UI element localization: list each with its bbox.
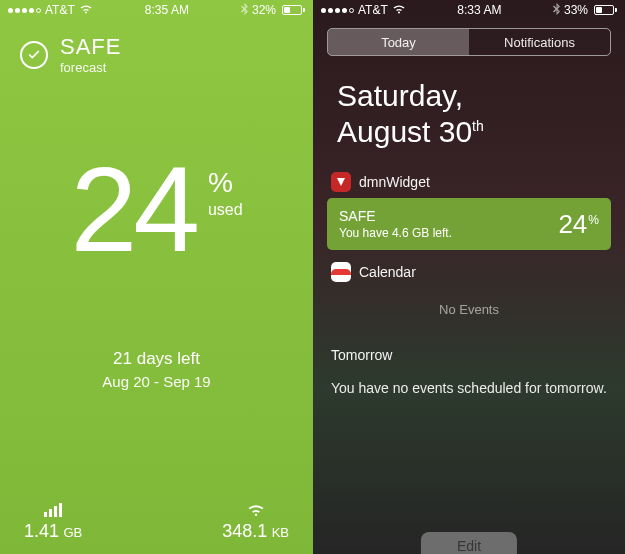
forecast-header: SAFE forecast <box>0 20 313 89</box>
wifi-unit: KB <box>272 525 289 540</box>
wifi-icon <box>79 3 93 17</box>
cellular-value: 1.41 <box>24 521 59 541</box>
wifi-value: 348.1 <box>222 521 267 541</box>
battery-icon <box>280 5 305 15</box>
safe-pct-sign: % <box>588 213 599 227</box>
tab-notifications[interactable]: Notifications <box>469 29 610 55</box>
used-label: used <box>208 201 243 219</box>
notification-center-screen: AT&T 8:33 AM 33% Today Notifications Sat… <box>313 0 625 554</box>
days-left-block: 21 days left Aug 20 - Sep 19 <box>0 349 313 390</box>
cellular-unit: GB <box>64 525 83 540</box>
days-count: 21 <box>113 349 132 368</box>
carrier-label: AT&T <box>45 3 75 17</box>
cellular-bars-icon <box>24 499 82 517</box>
bottom-stats: 1.41 GB 348.1 KB <box>0 499 313 542</box>
tomorrow-body: You have no events scheduled for tomorro… <box>327 367 611 398</box>
tab-today[interactable]: Today <box>328 29 469 55</box>
status-title: SAFE <box>60 34 121 60</box>
bluetooth-icon <box>553 3 560 18</box>
tomorrow-section: Tomorrow You have no events scheduled fo… <box>327 343 611 398</box>
no-events-label: No Events <box>327 288 611 335</box>
date-line2-prefix: August 30 <box>337 115 472 148</box>
date-range: Aug 20 - Sep 19 <box>0 373 313 390</box>
signal-dots-icon <box>321 8 354 13</box>
calendar-app-icon <box>331 262 351 282</box>
percent-sign: % <box>208 167 243 199</box>
safe-subtitle: You have 4.6 GB left. <box>339 226 452 240</box>
date-heading: Saturday, August 30th <box>313 64 625 160</box>
segmented-control[interactable]: Today Notifications <box>327 28 611 56</box>
bluetooth-icon <box>241 3 248 18</box>
check-circle-icon <box>20 41 48 69</box>
edit-button[interactable]: Edit <box>421 532 517 554</box>
battery-pct-label: 33% <box>564 3 588 17</box>
status-bar: AT&T 8:35 AM 32% <box>0 0 313 20</box>
usage-number: 24 <box>70 149 195 269</box>
tomorrow-title: Tomorrow <box>327 343 611 367</box>
usage-display: 24 % used <box>0 149 313 269</box>
carrier-label: AT&T <box>358 3 388 17</box>
date-suffix: th <box>472 118 484 134</box>
wifi-stat[interactable]: 348.1 KB <box>222 499 289 542</box>
signal-dots-icon <box>8 8 41 13</box>
cellular-stat[interactable]: 1.41 GB <box>24 499 82 542</box>
widget-title: Calendar <box>359 264 416 280</box>
widget-header[interactable]: dmnWidget <box>327 166 611 198</box>
battery-icon <box>592 5 617 15</box>
widget-header[interactable]: Calendar <box>327 256 611 288</box>
days-label: days left <box>137 349 200 368</box>
clock-label: 8:35 AM <box>145 3 189 17</box>
app-screen-left: AT&T 8:35 AM 32% SAFE forecast 24 % <box>0 0 313 554</box>
dmn-app-icon <box>331 172 351 192</box>
wifi-icon <box>392 3 406 17</box>
date-line1: Saturday, <box>337 79 463 112</box>
calendar-widget: Calendar No Events <box>327 256 611 335</box>
clock-label: 8:33 AM <box>457 3 501 17</box>
safe-pct-number: 24 <box>558 209 587 240</box>
safe-card[interactable]: SAFE You have 4.6 GB left. 24 % <box>327 198 611 250</box>
widget-title: dmnWidget <box>359 174 430 190</box>
safe-label: SAFE <box>339 208 452 224</box>
dmn-widget: dmnWidget SAFE You have 4.6 GB left. 24 … <box>327 166 611 250</box>
wifi-icon <box>222 499 289 517</box>
status-bar: AT&T 8:33 AM 33% <box>313 0 625 20</box>
status-subtitle: forecast <box>60 60 121 75</box>
battery-pct-label: 32% <box>252 3 276 17</box>
